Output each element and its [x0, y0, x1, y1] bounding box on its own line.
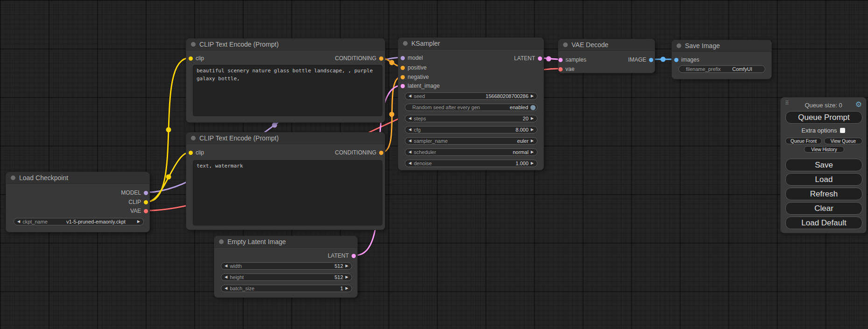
output-port-latent[interactable]: LATENT — [328, 252, 356, 259]
node-save-image[interactable]: Save Image images filename_prefix ComfyU… — [671, 40, 772, 79]
input-port-samples[interactable]: samples — [558, 56, 586, 63]
port-dot-conditioning[interactable] — [401, 66, 405, 70]
port-dot-conditioning[interactable] — [401, 75, 405, 79]
node-vae-decode[interactable]: VAE Decode samples vae IMAGE — [558, 39, 655, 73]
node-title-bar[interactable]: Save Image — [672, 40, 771, 52]
queue-front-button[interactable]: Queue Front — [785, 138, 822, 144]
node-title-bar[interactable]: Load Checkpoint — [6, 172, 149, 184]
node-clip-text-encode-positive[interactable]: CLIP Text Encode (Prompt) clip CONDITION… — [186, 38, 385, 123]
load-button[interactable]: Load — [785, 173, 862, 186]
save-button[interactable]: Save — [785, 159, 862, 171]
port-dot-image[interactable] — [674, 58, 678, 62]
node-collapse-dot[interactable] — [219, 239, 224, 244]
decrement-arrow-icon[interactable]: ◀ — [225, 275, 227, 279]
output-port-vae[interactable]: VAE — [130, 208, 148, 214]
input-port-images[interactable]: images — [674, 56, 699, 63]
prompt-textarea-negative[interactable]: text, watermark — [193, 160, 382, 225]
input-port-clip[interactable]: clip — [189, 55, 204, 62]
node-title-bar[interactable]: CLIP Text Encode (Prompt) — [186, 39, 385, 50]
port-dot-latent[interactable] — [401, 84, 405, 88]
widget-width[interactable]: ◀ width 512 ▶ — [221, 262, 352, 270]
port-dot-clip[interactable] — [189, 151, 193, 155]
port-dot-latent[interactable] — [538, 56, 542, 61]
drag-handle-icon[interactable]: ⠿ — [785, 100, 789, 106]
input-port-latent-image[interactable]: latent_image — [401, 83, 440, 89]
decrement-arrow-icon[interactable]: ◀ — [409, 94, 411, 98]
increment-arrow-icon[interactable]: ▶ — [137, 220, 140, 224]
port-dot-latent[interactable] — [558, 58, 563, 62]
decrement-arrow-icon[interactable]: ◀ — [409, 117, 411, 120]
widget-denoise[interactable]: ◀ denoise 1.000 ▶ — [405, 160, 537, 167]
node-ksampler[interactable]: KSampler model positive negative latent_… — [398, 37, 544, 170]
view-queue-button[interactable]: View Queue — [824, 138, 862, 144]
input-port-clip[interactable]: clip — [189, 149, 204, 156]
node-title-bar[interactable]: CLIP Text Encode (Prompt) — [186, 133, 385, 144]
node-graph-canvas[interactable]: Load Checkpoint MODEL CLIP VAE ◀ ckpt_na… — [0, 0, 868, 329]
output-port-conditioning[interactable]: CONDITIONING — [335, 55, 383, 62]
port-dot-vae[interactable] — [144, 209, 148, 213]
gear-icon[interactable]: ⚙ — [855, 99, 862, 110]
toggle-knob[interactable] — [530, 105, 536, 110]
decrement-arrow-icon[interactable]: ◀ — [225, 287, 227, 290]
port-dot-model[interactable] — [144, 191, 148, 195]
increment-arrow-icon[interactable]: ▶ — [531, 117, 534, 120]
port-dot-model[interactable] — [401, 56, 405, 60]
increment-arrow-icon[interactable]: ▶ — [346, 275, 348, 279]
node-empty-latent-image[interactable]: Empty Latent Image LATENT ◀ width 512 ▶ … — [214, 236, 358, 298]
increment-arrow-icon[interactable]: ▶ — [346, 264, 348, 268]
input-port-vae[interactable]: vae — [558, 66, 574, 72]
increment-arrow-icon[interactable]: ▶ — [531, 139, 534, 143]
output-port-image[interactable]: IMAGE — [628, 56, 653, 63]
input-port-positive[interactable]: positive — [401, 64, 427, 71]
view-history-button[interactable]: View History — [804, 146, 844, 153]
increment-arrow-icon[interactable]: ▶ — [531, 150, 534, 154]
refresh-button[interactable]: Refresh — [785, 188, 862, 200]
node-collapse-dot[interactable] — [563, 42, 568, 47]
node-collapse-dot[interactable] — [191, 136, 196, 140]
output-port-conditioning[interactable]: CONDITIONING — [335, 149, 383, 156]
decrement-arrow-icon[interactable]: ◀ — [17, 220, 20, 224]
output-port-clip[interactable]: CLIP — [128, 199, 148, 205]
widget-steps[interactable]: ◀ steps 20 ▶ — [405, 115, 537, 122]
node-collapse-dot[interactable] — [403, 41, 408, 46]
input-port-model[interactable]: model — [401, 55, 423, 61]
port-dot-vae[interactable] — [558, 67, 563, 71]
node-collapse-dot[interactable] — [11, 175, 15, 180]
widget-height[interactable]: ◀ height 512 ▶ — [221, 273, 352, 281]
queue-prompt-button[interactable]: Queue Prompt — [785, 111, 862, 124]
port-dot-image[interactable] — [649, 58, 653, 62]
node-title-bar[interactable]: VAE Decode — [558, 39, 655, 51]
increment-arrow-icon[interactable]: ▶ — [531, 94, 534, 98]
queue-menu-panel[interactable]: ⠿ Queue size: 0 ⚙ Queue Prompt Extra opt… — [780, 97, 867, 233]
node-title-bar[interactable]: KSampler — [398, 38, 543, 49]
load-default-button[interactable]: Load Default — [785, 217, 862, 229]
widget-ckpt-name[interactable]: ◀ ckpt_name v1-5-pruned-emaonly.ckpt ▶ — [14, 218, 144, 225]
clear-button[interactable]: Clear — [785, 202, 862, 215]
widget-filename-prefix[interactable]: filename_prefix ComfyUI — [678, 65, 765, 73]
decrement-arrow-icon[interactable]: ◀ — [409, 161, 411, 165]
decrement-arrow-icon[interactable]: ◀ — [409, 128, 411, 132]
widget-cfg[interactable]: ◀ cfg 8.000 ▶ — [405, 126, 537, 133]
port-dot-conditioning[interactable] — [379, 56, 383, 61]
output-port-model[interactable]: MODEL — [121, 189, 148, 196]
increment-arrow-icon[interactable]: ▶ — [346, 287, 348, 290]
decrement-arrow-icon[interactable]: ◀ — [409, 139, 411, 143]
widget-seed[interactable]: ◀ seed 156680208700286 ▶ — [405, 92, 537, 100]
output-port-latent[interactable]: LATENT — [514, 55, 542, 62]
node-clip-text-encode-negative[interactable]: CLIP Text Encode (Prompt) clip CONDITION… — [186, 132, 385, 230]
port-dot-latent[interactable] — [352, 254, 356, 258]
node-load-checkpoint[interactable]: Load Checkpoint MODEL CLIP VAE ◀ ckpt_na… — [6, 172, 150, 232]
node-collapse-dot[interactable] — [677, 43, 681, 48]
increment-arrow-icon[interactable]: ▶ — [531, 161, 534, 165]
port-dot-conditioning[interactable] — [379, 151, 383, 155]
input-port-negative[interactable]: negative — [401, 74, 429, 80]
extra-options-checkbox[interactable] — [840, 128, 845, 133]
decrement-arrow-icon[interactable]: ◀ — [225, 264, 227, 268]
port-dot-clip[interactable] — [189, 56, 193, 61]
port-dot-clip[interactable] — [144, 200, 148, 204]
widget-random-seed-toggle[interactable]: Random seed after every gen enabled — [405, 104, 537, 111]
widget-scheduler[interactable]: ◀ scheduler normal ▶ — [405, 148, 537, 156]
increment-arrow-icon[interactable]: ▶ — [531, 128, 534, 132]
decrement-arrow-icon[interactable]: ◀ — [409, 150, 411, 154]
prompt-textarea-positive[interactable]: beautiful scenery nature glass bottle la… — [193, 65, 382, 116]
